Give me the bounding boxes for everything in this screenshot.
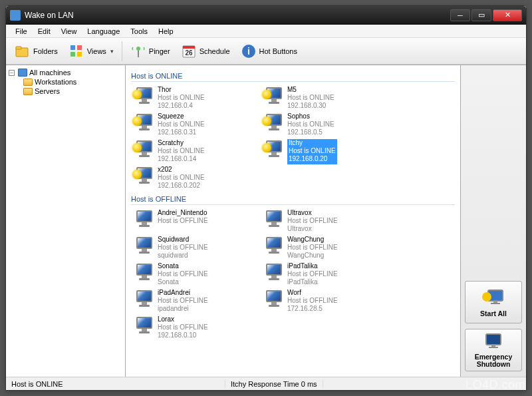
svg-rect-1	[16, 47, 21, 49]
host-text: ScratchyHost is ONLINE192.168.0.14	[158, 139, 205, 163]
host-offline-icon	[134, 236, 155, 256]
host-text: SonataHost is OFFLINESonata	[158, 262, 208, 286]
host-status: Host is OFFLINE	[158, 323, 208, 331]
svg-rect-14	[493, 301, 497, 303]
tree-servers-label: Servers	[35, 87, 60, 95]
host-item[interactable]: Andrei_NintendoHost is OFFLINE	[131, 208, 261, 234]
host-text: x202Host is ONLINE192.168.0.202	[158, 166, 205, 190]
emergency-shutdown-button[interactable]: Emergency Shutdown	[465, 329, 522, 371]
menu-help[interactable]: Help	[153, 26, 179, 37]
host-offline-icon	[134, 209, 155, 229]
host-status: Host is ONLINE	[289, 147, 336, 155]
host-name: Andrei_Nintendo	[158, 209, 208, 217]
menubar: File Edit View Language Tools Help	[6, 25, 526, 38]
tree-root[interactable]: – All machines	[7, 68, 124, 77]
collapse-icon[interactable]: –	[9, 70, 15, 76]
host-text: iPadTalikaHost is OFFLINEiPadTalika	[287, 262, 338, 286]
schedule-button[interactable]: 26 Schedule	[176, 40, 235, 63]
host-ip: iPadTalika	[287, 278, 338, 286]
host-item[interactable]: ThorHost is ONLINE192.168.0.4	[131, 85, 261, 111]
schedule-label: Schedule	[200, 47, 230, 55]
pinger-button[interactable]: Pinger	[126, 40, 175, 63]
host-name: Worf	[287, 289, 338, 297]
menu-language[interactable]: Language	[82, 26, 125, 37]
host-name: Itchy	[289, 139, 336, 147]
host-name: Sonata	[158, 262, 208, 270]
host-name: Lorax	[158, 315, 208, 323]
host-item[interactable]: ItchyHost is ONLINE192.168.0.20	[261, 138, 390, 164]
host-item[interactable]: M5Host is ONLINE192.168.0.30	[261, 85, 390, 111]
host-status: Host is OFFLINE	[158, 270, 208, 278]
folder-tree: – All machines Workstations Servers	[6, 65, 126, 377]
host-text: UltravoxHost is OFFLINEUltravox	[287, 209, 338, 233]
host-ip: 192.168.0.5	[287, 128, 334, 136]
host-text: WorfHost is OFFLINE172.16.28.5	[287, 289, 338, 313]
window-title: Wake on LAN	[25, 11, 450, 20]
host-ip: squidward	[158, 252, 208, 260]
pinger-label: Pinger	[149, 47, 170, 55]
folders-button[interactable]: Folders	[10, 40, 63, 63]
host-item[interactable]: iPadTalikaHost is OFFLINEiPadTalika	[261, 261, 390, 288]
host-offline-icon	[134, 315, 155, 335]
host-ip: 172.16.28.5	[287, 305, 338, 313]
toolbar: Folders Views Pinger 26 Schedule i Hot B…	[6, 38, 526, 65]
group-header: Host is ONLINE	[131, 71, 455, 82]
host-item[interactable]: x202Host is ONLINE192.168.0.202	[131, 164, 261, 191]
host-name: M5	[287, 86, 334, 94]
host-item[interactable]: WangChungHost is OFFLINEWangChung	[261, 234, 390, 261]
host-item[interactable]: ScratchyHost is ONLINE192.168.0.14	[131, 138, 261, 164]
host-name: Sophos	[287, 112, 334, 120]
minimize-button[interactable]: ─	[450, 9, 470, 21]
host-name: Scratchy	[158, 139, 205, 147]
host-online-icon	[263, 86, 285, 106]
menu-view[interactable]: View	[56, 26, 82, 37]
host-item[interactable]: iPadAndreiHost is OFFLINEipadandrei	[131, 288, 261, 314]
pinger-icon	[130, 43, 146, 59]
svg-rect-4	[70, 52, 75, 57]
svg-rect-17	[486, 334, 501, 345]
views-button[interactable]: Views	[64, 40, 118, 63]
svg-rect-3	[77, 45, 82, 50]
tree-item-servers[interactable]: Servers	[7, 87, 124, 96]
host-ip: 192.168.0.14	[158, 155, 205, 163]
maximize-button[interactable]: ▭	[471, 9, 491, 21]
host-offline-icon	[263, 209, 285, 229]
host-status: Host is OFFLINE	[287, 217, 338, 225]
host-ip: 192.168.0.10	[158, 331, 208, 339]
menu-tools[interactable]: Tools	[125, 26, 153, 37]
host-offline-icon	[263, 236, 285, 256]
svg-point-6	[136, 47, 140, 51]
menu-edit[interactable]: Edit	[33, 26, 56, 37]
group-header: Host is OFFLINE	[131, 194, 455, 205]
app-icon	[10, 10, 21, 21]
host-item[interactable]: SophosHost is ONLINE192.168.0.5	[261, 111, 390, 138]
host-item[interactable]: WorfHost is OFFLINE172.16.28.5	[261, 288, 390, 314]
host-text: iPadAndreiHost is OFFLINEipadandrei	[158, 289, 208, 313]
views-label: Views	[87, 47, 106, 55]
host-offline-icon	[263, 289, 285, 309]
views-icon	[68, 43, 84, 59]
folders-icon	[15, 43, 31, 59]
host-item[interactable]: LoraxHost is OFFLINE192.168.0.10	[131, 314, 261, 341]
host-grid: Andrei_NintendoHost is OFFLINEUltravoxHo…	[131, 208, 397, 341]
hotbuttons-button[interactable]: i Hot Buttons	[236, 40, 302, 63]
menu-file[interactable]: File	[10, 26, 33, 37]
start-all-button[interactable]: Start All	[465, 281, 522, 323]
host-item[interactable]: SqueezeHost is ONLINE192.168.0.31	[131, 111, 261, 138]
svg-rect-7	[138, 51, 139, 57]
titlebar: Wake on LAN ─ ▭ ✕	[6, 6, 526, 25]
host-item[interactable]: SquidwardHost is OFFLINEsquidward	[131, 234, 261, 261]
host-status: Host is ONLINE	[158, 120, 205, 128]
folders-label: Folders	[33, 47, 58, 55]
host-text: LoraxHost is OFFLINE192.168.0.10	[158, 315, 208, 339]
host-ip: WangChung	[287, 252, 338, 260]
host-ip: Sonata	[158, 278, 208, 286]
host-status: Host is OFFLINE	[287, 270, 338, 278]
host-item[interactable]: SonataHost is OFFLINESonata	[131, 261, 261, 288]
host-status: Host is ONLINE	[287, 94, 334, 102]
close-button[interactable]: ✕	[493, 9, 522, 21]
tree-item-workstations[interactable]: Workstations	[7, 77, 124, 87]
tree-workstations-label: Workstations	[35, 78, 76, 86]
svg-rect-19	[489, 347, 498, 348]
host-item[interactable]: UltravoxHost is OFFLINEUltravox	[261, 208, 390, 234]
